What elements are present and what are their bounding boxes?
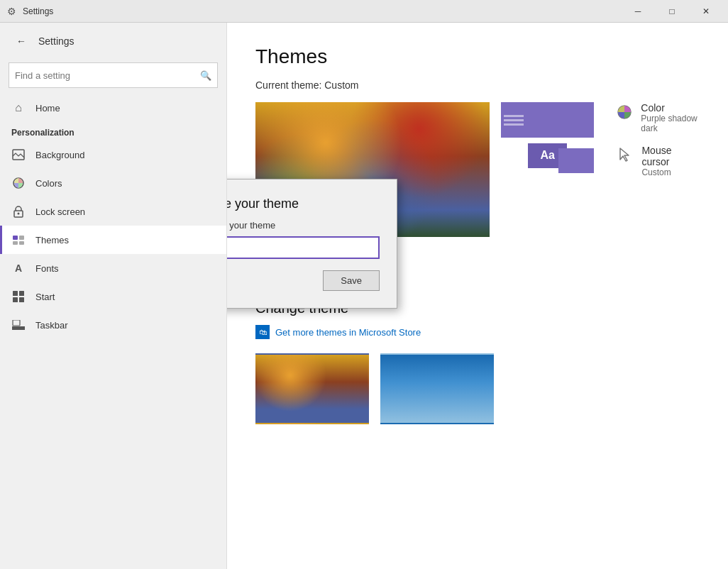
taskbar-icon	[11, 318, 26, 332]
colors-icon	[11, 176, 26, 190]
dialog-title: Save your theme	[227, 197, 380, 211]
sidebar-item-themes-label: Themes	[35, 235, 69, 245]
sidebar-item-home[interactable]: ⌂ Home	[0, 94, 226, 122]
svg-rect-10	[13, 297, 18, 302]
sidebar-item-start-label: Start	[35, 292, 55, 302]
app-body: ← Settings 🔍 ⌂ Home Personalization Back…	[0, 23, 728, 569]
settings-app-icon: ⚙	[6, 6, 17, 17]
sidebar-item-taskbar[interactable]: Taskbar	[0, 311, 226, 339]
svg-rect-6	[13, 241, 18, 245]
dialog-actions: Save	[227, 270, 380, 291]
fonts-icon: A	[11, 261, 26, 275]
close-button[interactable]: ✕	[690, 0, 722, 23]
svg-rect-4	[13, 236, 18, 240]
start-icon	[11, 289, 26, 304]
search-icon: 🔍	[200, 70, 211, 81]
sidebar-item-colors[interactable]: Colors	[0, 169, 226, 197]
svg-rect-9	[19, 291, 24, 296]
svg-rect-7	[19, 241, 24, 245]
theme-name-input[interactable]	[227, 236, 380, 259]
dialog-save-button[interactable]: Save	[323, 270, 380, 291]
sidebar-item-taskbar-label: Taskbar	[35, 320, 68, 331]
sidebar-item-fonts[interactable]: A Fonts	[0, 254, 226, 282]
svg-rect-12	[12, 326, 25, 330]
save-theme-dialog: Save your theme Name your theme Save	[227, 179, 397, 309]
sidebar-item-background[interactable]: Background	[0, 140, 226, 169]
svg-rect-13	[13, 320, 20, 326]
lock-icon	[11, 204, 26, 219]
maximize-button[interactable]: □	[656, 0, 688, 23]
sidebar-item-start[interactable]: Start	[0, 282, 226, 311]
dialog-overlay: Save your theme Name your theme Save	[227, 23, 728, 569]
search-input[interactable]	[15, 70, 196, 81]
home-icon: ⌂	[11, 101, 26, 115]
sidebar-item-background-label: Background	[35, 150, 84, 160]
sidebar-item-lock-screen[interactable]: Lock screen	[0, 197, 226, 226]
themes-icon	[11, 233, 26, 247]
svg-rect-8	[13, 291, 18, 296]
sidebar-header: ← Settings	[0, 23, 226, 60]
sidebar-item-home-label: Home	[35, 103, 60, 114]
title-bar-title: Settings	[23, 6, 53, 16]
background-icon	[11, 148, 26, 162]
dialog-name-label: Name your theme	[227, 220, 380, 231]
sidebar: ← Settings 🔍 ⌂ Home Personalization Back…	[0, 23, 227, 569]
title-bar-left: ⚙ Settings	[6, 6, 53, 17]
search-box[interactable]: 🔍	[9, 62, 218, 88]
sidebar-item-fonts-label: Fonts	[35, 263, 59, 274]
personalization-section-label: Personalization	[0, 122, 226, 140]
main-content: Themes Current theme: Custom Aa	[227, 23, 728, 569]
minimize-button[interactable]: ─	[622, 0, 654, 23]
sidebar-item-themes[interactable]: Themes	[0, 226, 226, 254]
svg-rect-11	[19, 297, 24, 302]
sidebar-app-title: Settings	[38, 35, 75, 47]
sidebar-item-colors-label: Colors	[35, 178, 62, 189]
svg-point-3	[18, 213, 20, 215]
sidebar-item-lock-screen-label: Lock screen	[35, 206, 85, 217]
svg-rect-5	[19, 236, 24, 240]
title-bar-controls: ─ □ ✕	[622, 0, 722, 23]
title-bar: ⚙ Settings ─ □ ✕	[0, 0, 728, 23]
back-button[interactable]: ←	[11, 31, 31, 51]
